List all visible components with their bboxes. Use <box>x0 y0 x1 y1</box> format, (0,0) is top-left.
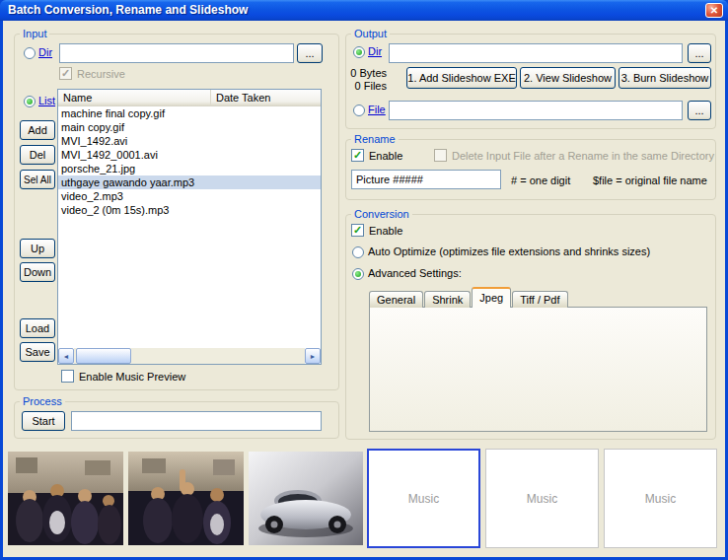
file-list-header: Name Date Taken <box>58 90 321 106</box>
rename-hint-file: $file = original file name <box>593 175 707 186</box>
output-dir-radio-label[interactable]: Dir <box>368 45 382 57</box>
add-button[interactable]: Add <box>20 120 55 140</box>
del-button[interactable]: Del <box>20 145 55 165</box>
select-all-button[interactable]: Sel All <box>20 170 55 189</box>
file-name: machine final copy.gif <box>61 107 165 119</box>
input-list-radio[interactable] <box>24 96 36 107</box>
start-button[interactable]: Start <box>22 411 65 431</box>
party-photo <box>128 452 244 545</box>
photo-thumbnail-2[interactable] <box>128 452 244 545</box>
photo-thumbnail-1[interactable] <box>8 452 123 545</box>
horizontal-scrollbar[interactable]: ◄ ► <box>58 348 321 364</box>
output-files-status: 0 Files <box>339 80 387 92</box>
rename-pattern-field[interactable] <box>351 170 501 189</box>
close-icon[interactable]: ✕ <box>705 3 723 18</box>
output-group-label: Output <box>351 28 390 39</box>
recursive-checkbox[interactable]: ✓ <box>59 67 72 80</box>
tab-general[interactable]: General <box>369 291 423 308</box>
music-thumbnail-selected[interactable]: Music <box>367 449 480 548</box>
file-name: MVI_1492_0001.avi <box>61 149 158 161</box>
rename-hint-digit: # = one digit <box>511 175 570 186</box>
delete-input-file-label: Delete Input File after a Rename in the … <box>452 150 714 162</box>
tab-jpeg[interactable]: Jpeg <box>472 287 511 308</box>
input-list-radio-label[interactable]: List <box>38 95 55 106</box>
scroll-left-icon[interactable]: ◄ <box>58 348 74 364</box>
check-icon: ✓ <box>353 225 362 236</box>
music-label: Music <box>645 492 676 506</box>
column-header-name[interactable]: Name <box>58 90 211 105</box>
tab-shrink[interactable]: Shrink <box>424 291 471 308</box>
party-photo <box>8 452 123 545</box>
auto-optimize-radio[interactable] <box>352 246 364 258</box>
list-item[interactable]: video_2 (0m 15s).mp3 <box>58 203 321 217</box>
conversion-enable-label[interactable]: Enable <box>369 225 402 237</box>
rename-enable-checkbox[interactable]: ✓ <box>351 149 364 162</box>
title-bar: Batch Conversion, Rename and Slideshow ✕ <box>0 0 728 21</box>
list-item[interactable]: video_2.mp3 <box>58 189 321 203</box>
output-file-radio-label[interactable]: File <box>368 104 386 115</box>
file-name: uthgaye gawando yaar.mp3 <box>61 176 194 188</box>
input-dir-radio-label[interactable]: Dir <box>38 46 52 58</box>
scroll-right-icon[interactable]: ► <box>305 348 321 364</box>
music-thumbnail-3[interactable]: Music <box>604 449 717 548</box>
settings-tabstrip: General Shrink Jpeg Tiff / Pdf <box>369 287 569 308</box>
tab-tiff-pdf[interactable]: Tiff / Pdf <box>512 291 567 308</box>
file-list[interactable]: Name Date Taken machine final copy.gif m… <box>57 89 322 365</box>
process-status-field[interactable] <box>71 411 322 431</box>
conversion-enable-checkbox[interactable]: ✓ <box>351 224 364 237</box>
list-item-selected[interactable]: uthgaye gawando yaar.mp3 <box>58 175 321 189</box>
list-item[interactable]: machine final copy.gif <box>58 106 321 120</box>
advanced-settings-radio[interactable] <box>352 268 364 280</box>
save-button[interactable]: Save <box>20 342 55 362</box>
car-photo <box>249 452 363 545</box>
jpeg-tab-panel <box>369 307 707 432</box>
conversion-group-label: Conversion <box>351 208 412 220</box>
list-item[interactable]: main copy.gif <box>58 120 321 134</box>
recursive-checkbox-label: Recursive <box>77 68 125 80</box>
output-file-radio[interactable] <box>353 105 365 116</box>
app-window: Batch Conversion, Rename and Slideshow ✕… <box>0 0 728 560</box>
file-name: main copy.gif <box>61 121 124 133</box>
add-slideshow-exe-button[interactable]: 1. Add Slideshow EXE <box>406 67 517 89</box>
process-group-label: Process <box>20 395 65 407</box>
input-group-label: Input <box>20 28 49 39</box>
file-name: porsche_21.jpg <box>61 163 135 175</box>
photo-thumbnail-car[interactable] <box>249 452 363 545</box>
up-button[interactable]: Up <box>20 239 55 258</box>
output-dir-browse-button[interactable]: ... <box>688 43 711 63</box>
list-item[interactable]: porsche_21.jpg <box>58 162 321 175</box>
scrollbar-thumb[interactable] <box>76 348 131 364</box>
music-label: Music <box>408 492 439 506</box>
delete-input-file-checkbox[interactable] <box>434 149 447 162</box>
list-item[interactable]: MVI_1492_0001.avi <box>58 148 321 162</box>
file-name: MVI_1492.avi <box>61 135 127 147</box>
window-title: Batch Conversion, Rename and Slideshow <box>8 3 248 17</box>
column-header-date-taken[interactable]: Date Taken <box>211 90 321 105</box>
output-dir-radio[interactable] <box>353 46 365 58</box>
music-label: Music <box>527 492 557 506</box>
list-item[interactable]: MVI_1492.avi <box>58 134 321 148</box>
rename-group-label: Rename <box>351 133 399 145</box>
input-dir-browse-button[interactable]: ... <box>297 43 323 63</box>
output-dir-field[interactable] <box>389 43 683 63</box>
output-file-browse-button[interactable]: ... <box>688 101 711 120</box>
auto-optimize-label[interactable]: Auto Optimize (optimizes file extensions… <box>368 245 650 257</box>
music-preview-label[interactable]: Enable Music Preview <box>79 371 185 383</box>
input-dir-field[interactable] <box>59 43 294 63</box>
file-name: video_2.mp3 <box>61 190 123 202</box>
output-bytes-status: 0 Bytes <box>339 67 387 79</box>
scrollbar-track[interactable] <box>74 348 305 364</box>
view-slideshow-button[interactable]: 2. View Slideshow <box>520 67 616 89</box>
input-dir-radio[interactable] <box>24 47 36 59</box>
file-name: video_2 (0m 15s).mp3 <box>61 204 169 216</box>
load-button[interactable]: Load <box>20 318 55 338</box>
advanced-settings-label[interactable]: Advanced Settings: <box>368 267 462 279</box>
burn-slideshow-button[interactable]: 3. Burn Slideshow <box>619 67 711 89</box>
down-button[interactable]: Down <box>20 262 55 282</box>
music-preview-checkbox[interactable] <box>61 370 74 383</box>
rename-enable-label[interactable]: Enable <box>369 150 402 162</box>
output-file-field[interactable] <box>389 101 683 120</box>
check-icon: ✓ <box>61 68 70 79</box>
check-icon: ✓ <box>353 150 362 161</box>
music-thumbnail-2[interactable]: Music <box>485 449 599 548</box>
